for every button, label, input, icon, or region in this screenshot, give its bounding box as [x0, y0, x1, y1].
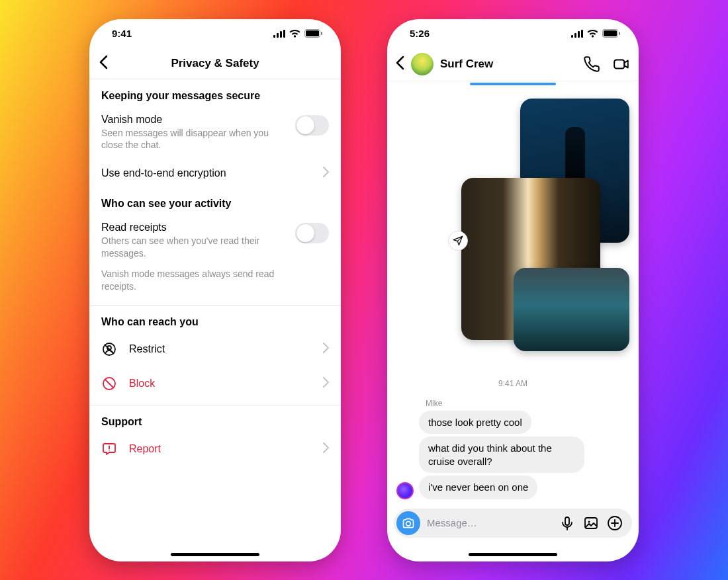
svg-rect-26	[585, 518, 597, 528]
read-receipts-toggle[interactable]	[295, 223, 329, 243]
home-indicator	[469, 553, 557, 556]
svg-rect-19	[604, 30, 617, 36]
row-extra: Vanish mode messages always send read re…	[101, 268, 329, 293]
nav-bar: Privacy & Safety	[89, 48, 341, 79]
row-desc: Seen messages will disappear when you cl…	[101, 127, 329, 152]
phone-chat: 5:26 Surf Crew 9:41 AM Mike	[387, 19, 639, 561]
section-header-reach: Who can reach you	[89, 306, 341, 332]
vanish-mode-toggle[interactable]	[295, 115, 329, 136]
svg-line-11	[105, 380, 113, 388]
mic-button[interactable]	[559, 515, 575, 531]
row-desc: Others can see when you've read their me…	[101, 235, 329, 260]
gallery-button[interactable]	[583, 515, 599, 531]
timestamp: 9:41 AM	[387, 379, 639, 388]
chevron-right-icon	[323, 377, 329, 390]
chevron-left-icon	[99, 55, 108, 69]
menu-report[interactable]: Report	[89, 432, 341, 466]
chevron-left-icon	[395, 56, 404, 70]
svg-rect-24	[565, 517, 569, 525]
header-actions	[583, 56, 631, 73]
status-bar: 9:41	[89, 19, 341, 48]
svg-rect-1	[277, 33, 279, 38]
status-icons	[571, 29, 620, 38]
svg-point-23	[406, 521, 411, 526]
row-vanish-mode: Vanish mode Seen messages will disappear…	[89, 106, 341, 160]
group-avatar[interactable]	[411, 53, 433, 75]
svg-rect-15	[574, 33, 576, 38]
sender-name: Mike	[426, 399, 629, 408]
row-e2ee[interactable]: Use end-to-end encryption	[89, 159, 341, 187]
svg-rect-2	[280, 31, 282, 38]
back-button[interactable]	[395, 56, 404, 73]
status-icons	[273, 29, 322, 38]
row-read-receipts: Read receipts Others can see when you've…	[89, 214, 341, 301]
svg-rect-20	[619, 32, 620, 35]
camera-icon	[402, 517, 415, 530]
svg-point-27	[588, 520, 590, 522]
composer-actions	[559, 515, 627, 531]
chat-header: Surf Crew	[387, 48, 639, 81]
phone-privacy: 9:41 Privacy & Safety Keeping your messa…	[89, 19, 341, 561]
message-row: i've never been on one	[396, 476, 629, 499]
chat-title[interactable]: Surf Crew	[440, 58, 576, 71]
report-icon	[101, 441, 118, 457]
status-time: 5:26	[410, 28, 430, 39]
message-row: those look pretty cool	[396, 411, 629, 435]
settings-content: Keeping your messages secure Vanish mode…	[89, 79, 341, 561]
svg-rect-5	[306, 30, 319, 36]
chat-body: 9:41 AM Mike those look pretty cool what…	[387, 85, 639, 561]
chevron-right-icon	[323, 442, 329, 456]
shared-photo-stack[interactable]	[387, 85, 639, 356]
add-button[interactable]	[607, 515, 623, 531]
svg-rect-0	[273, 35, 275, 38]
menu-restrict[interactable]: Restrict	[89, 332, 341, 366]
paper-plane-icon	[453, 235, 463, 246]
chevron-right-icon	[323, 343, 329, 356]
wifi-icon	[289, 30, 300, 38]
section-header-support: Support	[89, 405, 341, 432]
cellular-icon	[273, 30, 285, 38]
video-call-button[interactable]	[612, 56, 631, 73]
message-bubble[interactable]: i've never been on one	[419, 476, 537, 499]
wifi-icon	[587, 30, 598, 38]
svg-rect-17	[581, 30, 583, 38]
svg-point-13	[109, 450, 110, 451]
section-header-secure: Keeping your messages secure	[89, 79, 341, 106]
svg-rect-3	[283, 30, 285, 38]
status-bar: 5:26	[387, 19, 639, 48]
camera-button[interactable]	[396, 511, 420, 535]
menu-label: Block	[129, 378, 155, 390]
chevron-right-icon	[323, 167, 329, 180]
message-composer: Message…	[394, 509, 632, 538]
message-row: what did you think about the cruise over…	[396, 436, 629, 473]
block-icon	[101, 376, 118, 392]
message-area: Mike those look pretty cool what did you…	[387, 399, 639, 502]
svg-rect-16	[578, 31, 580, 38]
row-title: Use end-to-end encryption	[101, 167, 329, 179]
svg-rect-6	[321, 32, 322, 35]
photo-thumbnail[interactable]	[514, 268, 629, 351]
audio-call-button[interactable]	[583, 56, 600, 73]
message-input[interactable]: Message…	[427, 517, 553, 528]
section-header-activity: Who can see your activity	[89, 187, 341, 214]
battery-icon	[304, 29, 322, 38]
battery-icon	[602, 29, 620, 38]
share-button[interactable]	[448, 231, 468, 251]
status-time: 9:41	[112, 28, 132, 39]
menu-label: Report	[129, 443, 161, 455]
home-indicator	[171, 553, 259, 556]
svg-rect-21	[614, 60, 624, 69]
sender-avatar[interactable]	[396, 482, 414, 499]
page-title: Privacy & Safety	[89, 57, 341, 70]
menu-block[interactable]: Block	[89, 366, 341, 401]
message-bubble[interactable]: those look pretty cool	[419, 411, 531, 435]
restrict-icon	[101, 341, 118, 357]
svg-rect-14	[571, 35, 573, 38]
back-button[interactable]	[99, 55, 108, 72]
menu-label: Restrict	[129, 343, 165, 355]
message-bubble[interactable]: what did you think about the cruise over…	[419, 436, 584, 473]
cellular-icon	[571, 30, 583, 38]
